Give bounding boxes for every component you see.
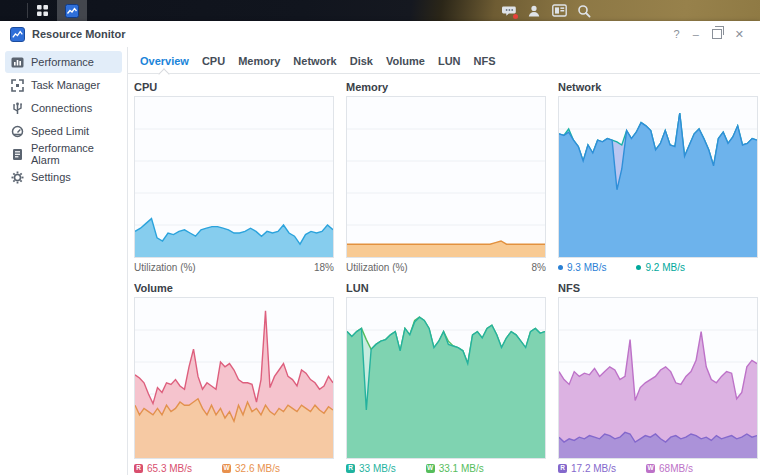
legend-marker-icon: W	[426, 464, 435, 473]
legend-item: W32.6 MB/s	[222, 463, 280, 474]
volume-chart-footer: R65.3 MB/sW32.6 MB/s	[134, 459, 334, 475]
user-icon	[527, 4, 541, 18]
notification-badge	[513, 14, 518, 19]
axis-label: Utilization (%)	[346, 262, 408, 273]
window-titlebar[interactable]: Resource Monitor ? – ✕	[0, 21, 760, 47]
legend-value: 33.1 MB/s	[439, 463, 484, 474]
chart-card-nfs: NFS R17.2 MB/sW68MB/s	[558, 276, 758, 475]
chart-title: CPU	[134, 81, 334, 93]
sidebar-item-speed-limit[interactable]: Speed Limit	[5, 120, 122, 142]
legend-value: 68MB/s	[659, 463, 693, 474]
memory-chart-footer: Utilization (%)8%	[346, 258, 546, 276]
speed-limit-icon	[11, 125, 24, 138]
taskbar	[0, 0, 760, 21]
task-manager-icon	[11, 79, 24, 92]
network-chart-footer: 9.3 MB/s9.2 MB/s	[558, 258, 758, 276]
sidebar-item-label: Speed Limit	[31, 125, 89, 137]
chart-card-volume: Volume R65.3 MB/sW32.6 MB/s	[134, 276, 334, 475]
chart-card-cpu: CPU Utilization (%)18%	[134, 75, 334, 276]
legend-value: 17.2 MB/s	[571, 463, 616, 474]
sidebar-item-connections[interactable]: Connections	[5, 97, 122, 119]
connections-icon	[11, 102, 24, 115]
utilization-value: 18%	[314, 262, 334, 273]
lun-chart-canvas	[346, 297, 546, 459]
legend-value: 32.6 MB/s	[235, 463, 280, 474]
taskbar-app-resource-monitor[interactable]	[57, 0, 87, 21]
utilization-value: 8%	[532, 262, 546, 273]
chart-title: NFS	[558, 282, 758, 294]
system-tray	[501, 0, 592, 21]
chart-title: Network	[558, 81, 758, 93]
chart-title: LUN	[346, 282, 546, 294]
main-menu-icon	[36, 4, 49, 17]
legend-item: 9.3 MB/s	[558, 262, 606, 273]
resource-monitor-app-icon	[10, 27, 25, 42]
legend-item: W33.1 MB/s	[426, 463, 484, 474]
tab-nfs[interactable]: NFS	[474, 55, 496, 67]
sidebar-item-performance-alarm[interactable]: Performance Alarm	[5, 143, 122, 165]
cpu-chart-footer: Utilization (%)18%	[134, 258, 334, 276]
network-chart-canvas	[558, 96, 758, 258]
widgets-button[interactable]	[551, 3, 567, 19]
memory-chart-canvas	[346, 96, 546, 258]
user-menu-button[interactable]	[526, 3, 542, 19]
chart-card-memory: Memory Utilization (%)8%	[346, 75, 546, 276]
resource-monitor-taskbar-icon	[65, 4, 79, 18]
sidebar-item-task-manager[interactable]: Task Manager	[5, 74, 122, 96]
restore-button[interactable]	[712, 29, 722, 39]
legend-value: 9.2 MB/s	[645, 262, 684, 273]
legend-dot-icon	[558, 265, 563, 270]
minimize-button[interactable]: –	[693, 29, 699, 40]
sidebar-item-label: Performance	[31, 56, 94, 68]
tab-volume[interactable]: Volume	[386, 55, 425, 67]
main-menu-button[interactable]	[28, 0, 57, 21]
chart-title: Volume	[134, 282, 334, 294]
sidebar-item-label: Performance Alarm	[31, 142, 122, 166]
legend-marker-icon: W	[646, 464, 655, 473]
sidebar-item-settings[interactable]: Settings	[5, 166, 122, 188]
legend-item: R17.2 MB/s	[558, 463, 616, 474]
settings-gear-icon	[11, 171, 24, 184]
sidebar: Performance Task Manager Connections	[0, 47, 128, 475]
legend-value: 9.3 MB/s	[567, 262, 606, 273]
show-desktop-button[interactable]	[0, 0, 27, 21]
notifications-button[interactable]	[501, 3, 517, 19]
window-title: Resource Monitor	[32, 28, 126, 40]
window-controls: ? – ✕	[674, 29, 750, 40]
chart-title: Memory	[346, 81, 546, 93]
legend-marker-icon: R	[134, 464, 143, 473]
sidebar-item-label: Connections	[31, 102, 92, 114]
sidebar-item-performance[interactable]: Performance	[5, 51, 122, 73]
lun-chart-footer: R33 MB/sW33.1 MB/s	[346, 459, 546, 475]
tab-memory[interactable]: Memory	[238, 55, 280, 67]
tab-overview[interactable]: Overview	[140, 55, 189, 67]
tab-network[interactable]: Network	[293, 55, 336, 67]
resource-monitor-window: Resource Monitor ? – ✕ Performance	[0, 21, 760, 475]
legend-marker-icon: R	[346, 464, 355, 473]
nfs-chart-canvas	[558, 297, 758, 459]
sidebar-item-label: Settings	[31, 171, 71, 183]
main-panel: Overview CPU Memory Network Disk Volume …	[128, 47, 760, 475]
legend-item: 9.2 MB/s	[636, 262, 684, 273]
nfs-chart-footer: R17.2 MB/sW68MB/s	[558, 459, 758, 475]
tab-lun[interactable]: LUN	[438, 55, 461, 67]
search-button[interactable]	[576, 3, 592, 19]
chart-card-lun: LUN R33 MB/sW33.1 MB/s	[346, 276, 546, 475]
performance-icon	[11, 56, 24, 69]
legend-item: W68MB/s	[646, 463, 693, 474]
search-icon	[577, 4, 591, 18]
tab-disk[interactable]: Disk	[350, 55, 373, 67]
legend-item: R33 MB/s	[346, 463, 396, 474]
tab-cpu[interactable]: CPU	[202, 55, 225, 67]
axis-label: Utilization (%)	[134, 262, 196, 273]
performance-alarm-icon	[11, 148, 24, 161]
close-button[interactable]: ✕	[735, 29, 744, 40]
widgets-icon	[552, 4, 567, 17]
legend-dot-icon	[636, 265, 641, 270]
sidebar-item-label: Task Manager	[31, 79, 100, 91]
tab-bar: Overview CPU Memory Network Disk Volume …	[128, 47, 760, 74]
charts-grid: CPU Utilization (%)18% Memory Utilizatio…	[128, 75, 760, 475]
legend-marker-icon: R	[558, 464, 567, 473]
help-button[interactable]: ?	[674, 29, 680, 40]
volume-chart-canvas	[134, 297, 334, 459]
